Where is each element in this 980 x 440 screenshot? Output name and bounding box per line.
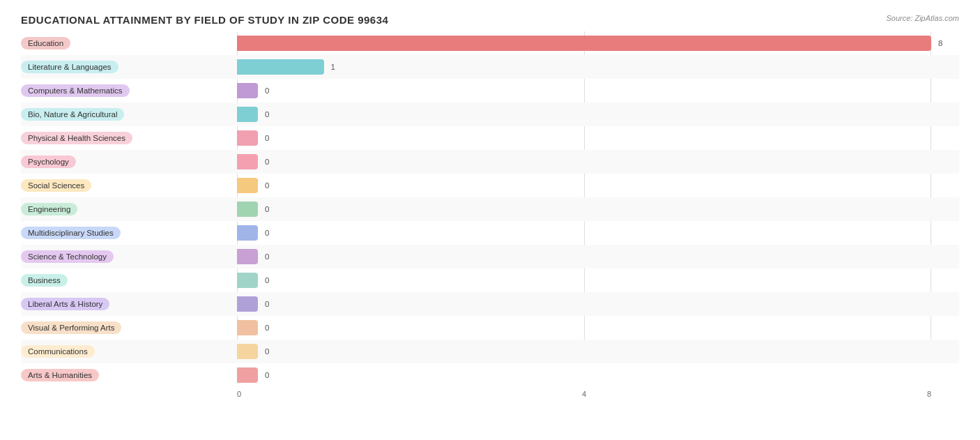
bar-label-pill: Arts & Humanities xyxy=(21,369,99,381)
bar-track: 1 xyxy=(237,59,931,75)
chart-area: Education8Literature & Languages1Compute… xyxy=(21,31,959,381)
bar-value-label: 0 xyxy=(262,158,269,166)
bar-row: Physical & Health Sciences0 xyxy=(21,126,959,150)
bar-row: Literature & Languages1 xyxy=(21,55,959,79)
bar-fill: 0 xyxy=(237,344,258,359)
bar-row: Liberal Arts & History0 xyxy=(21,292,959,316)
bar-label-pill: Physical & Health Sciences xyxy=(21,132,132,144)
x-axis-label: 8 xyxy=(927,390,931,398)
bar-label-container: Bio, Nature & Agricultural xyxy=(21,108,237,121)
bar-track: 0 xyxy=(237,107,931,122)
bar-label-pill: Computers & Mathematics xyxy=(21,84,130,97)
bar-track: 0 xyxy=(237,130,931,146)
bar-label-container: Social Sciences xyxy=(21,179,237,192)
bar-fill: 0 xyxy=(237,130,258,146)
bar-track: 0 xyxy=(237,344,931,359)
bar-fill: 0 xyxy=(237,202,258,217)
bar-value-label: 0 xyxy=(262,347,269,356)
bar-fill: 0 xyxy=(237,107,258,122)
bar-value-label: 0 xyxy=(262,300,269,308)
bar-fill: 0 xyxy=(237,225,258,241)
bar-fill: 1 xyxy=(237,59,324,75)
bar-value-label: 0 xyxy=(262,205,269,213)
bar-label-pill: Literature & Languages xyxy=(21,61,118,73)
bar-label-container: Arts & Humanities xyxy=(21,369,237,381)
bar-value-label: 0 xyxy=(262,229,269,237)
bar-row: Bio, Nature & Agricultural0 xyxy=(21,103,959,126)
bar-label-pill: Liberal Arts & History xyxy=(21,298,109,310)
bar-fill: 0 xyxy=(237,367,258,383)
bar-fill: 0 xyxy=(237,249,258,264)
chart-source: Source: ZipAtlas.com xyxy=(886,14,959,22)
bar-row: Computers & Mathematics0 xyxy=(21,79,959,103)
bar-label-container: Multidisciplinary Studies xyxy=(21,227,237,239)
bar-track: 0 xyxy=(237,273,931,288)
bar-value-label: 0 xyxy=(262,181,269,190)
bar-label-container: Communications xyxy=(21,345,237,358)
bars-area: Education8Literature & Languages1Compute… xyxy=(21,31,959,387)
bar-label-pill: Engineering xyxy=(21,203,77,215)
bar-label-pill: Education xyxy=(21,37,70,50)
bar-label-container: Computers & Mathematics xyxy=(21,84,237,97)
bar-fill: 0 xyxy=(237,154,258,169)
bar-fill: 0 xyxy=(237,178,258,193)
bar-label-pill: Psychology xyxy=(21,155,76,168)
chart-container: EDUCATIONAL ATTAINMENT BY FIELD OF STUDY… xyxy=(0,0,980,440)
bar-label-pill: Visual & Performing Arts xyxy=(21,321,121,334)
bar-label-pill: Bio, Nature & Agricultural xyxy=(21,108,124,121)
bar-track: 0 xyxy=(237,296,931,312)
bar-value-label: 0 xyxy=(262,276,269,285)
bar-track: 0 xyxy=(237,154,931,169)
bar-label-container: Literature & Languages xyxy=(21,61,237,73)
bar-label-pill: Multidisciplinary Studies xyxy=(21,227,121,239)
bar-track: 8 xyxy=(237,36,931,51)
bar-value-label: 0 xyxy=(262,371,269,379)
bar-row: Social Sciences0 xyxy=(21,174,959,197)
bar-label-container: Education xyxy=(21,37,237,50)
bar-label-container: Liberal Arts & History xyxy=(21,298,237,310)
bar-label-container: Physical & Health Sciences xyxy=(21,132,237,144)
bar-value-label: 0 xyxy=(262,252,269,261)
bar-label-container: Engineering xyxy=(21,203,237,215)
bar-value-label: 0 xyxy=(262,86,269,95)
x-axis: 048 xyxy=(237,390,931,398)
bar-track: 0 xyxy=(237,320,931,335)
bar-row: Science & Technology0 xyxy=(21,245,959,268)
bar-fill: 0 xyxy=(237,273,258,288)
bar-label-container: Science & Technology xyxy=(21,250,237,263)
x-axis-label: 0 xyxy=(237,390,241,398)
bar-row: Education8 xyxy=(21,31,959,55)
bar-track: 0 xyxy=(237,83,931,98)
bar-fill: 0 xyxy=(237,296,258,312)
bar-value-label: 0 xyxy=(262,134,269,142)
bar-label-container: Visual & Performing Arts xyxy=(21,321,237,334)
bar-fill: 8 xyxy=(237,36,931,51)
bar-label-pill: Communications xyxy=(21,345,95,358)
bar-row: Psychology0 xyxy=(21,150,959,174)
bar-value-label: 0 xyxy=(262,324,269,332)
bar-track: 0 xyxy=(237,367,931,383)
bar-row: Multidisciplinary Studies0 xyxy=(21,221,959,245)
bar-label-pill: Science & Technology xyxy=(21,250,114,263)
bar-row: Engineering0 xyxy=(21,197,959,221)
chart-title: EDUCATIONAL ATTAINMENT BY FIELD OF STUDY… xyxy=(21,14,959,26)
bar-row: Business0 xyxy=(21,268,959,292)
bar-track: 0 xyxy=(237,178,931,193)
bar-track: 0 xyxy=(237,249,931,264)
bar-value-label: 8 xyxy=(935,39,942,47)
bar-value-label: 1 xyxy=(328,63,335,71)
bar-track: 0 xyxy=(237,225,931,241)
bar-label-pill: Social Sciences xyxy=(21,179,91,192)
bar-row: Visual & Performing Arts0 xyxy=(21,316,959,340)
bar-fill: 0 xyxy=(237,83,258,98)
bar-row: Arts & Humanities0 xyxy=(21,363,959,387)
bar-label-container: Psychology xyxy=(21,155,237,168)
x-axis-label: 4 xyxy=(582,390,586,398)
bar-label-pill: Business xyxy=(21,274,68,287)
bar-value-label: 0 xyxy=(262,110,269,119)
bar-track: 0 xyxy=(237,202,931,217)
bar-label-container: Business xyxy=(21,274,237,287)
bar-row: Communications0 xyxy=(21,340,959,363)
bar-fill: 0 xyxy=(237,320,258,335)
